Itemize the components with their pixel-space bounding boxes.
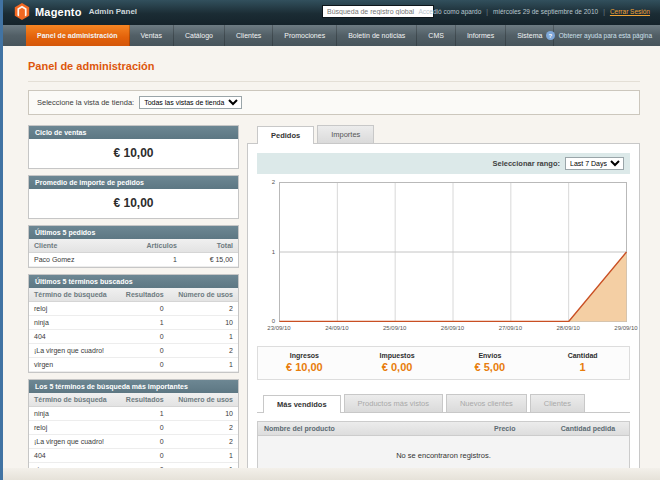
window-edge <box>0 0 3 480</box>
y-axis-label: 2 <box>261 179 275 185</box>
tab-clientes[interactable]: Clientes <box>530 394 585 412</box>
column-header-t-rmino-de-b-squeda: Término de búsqueda <box>29 288 118 302</box>
nav-item-ventas[interactable]: Ventas <box>130 25 174 46</box>
orders-area-chart <box>279 182 627 322</box>
table-row: ninja110 <box>29 407 238 421</box>
x-axis-label: 28/09/10 <box>556 325 579 331</box>
totals-bar: Ingresos€ 10,00Impuestos€ 0,00Envíos€ 5,… <box>257 346 630 380</box>
separator: | <box>486 8 488 15</box>
table-row: 40401 <box>29 330 238 344</box>
brand: Magento Admin Panel <box>14 3 137 20</box>
lifetime-sales-widget: Ciclo de ventas € 10,00 <box>28 125 239 169</box>
global-search-input[interactable] <box>322 5 434 18</box>
total-ingresos: Ingresos€ 10,00 <box>258 352 351 373</box>
grid-column-header-precio: Precio <box>488 422 555 435</box>
x-axis-label: 24/09/10 <box>325 325 348 331</box>
date-text: miércoles 29 de septiembre de 2010 <box>493 8 598 15</box>
table-row: Paco Gomez1€ 15,00 <box>29 253 238 267</box>
column-header-total: Total <box>182 239 238 253</box>
table-row: reloj02 <box>29 421 238 435</box>
x-axis-label: 26/09/10 <box>441 325 464 331</box>
products-grid-header: Nombre del productoPrecioCantidad pedida <box>257 421 630 436</box>
total-env-os: Envíos€ 5,00 <box>444 352 537 373</box>
table-row: 40401 <box>29 449 238 463</box>
range-label: Seleccionar rango: <box>492 159 560 168</box>
chart-tabs: PedidosImportes <box>247 125 640 144</box>
help-link[interactable]: ? Obtener ayuda para esta página <box>546 25 652 46</box>
total-impuestos: Impuestos€ 0,00 <box>351 352 444 373</box>
page-title: Panel de administración <box>28 60 155 72</box>
column-header-n-mero-de-usos: Número de usos <box>169 288 238 302</box>
last-search-terms-widget: Últimos 5 términos buscados Término de b… <box>28 274 239 373</box>
column-header-cliente: Cliente <box>29 239 114 253</box>
widget-title: Promedio de importe de pedidos <box>29 176 238 189</box>
grid-column-header-cantidad-pedida: Cantidad pedida <box>555 422 629 435</box>
grid-column-header-nombre-del-producto: Nombre del producto <box>258 422 488 435</box>
table-row: ninja110 <box>29 316 238 330</box>
column-header-resultados: Resultados <box>118 288 169 302</box>
brand-suffix: Admin Panel <box>89 7 137 16</box>
dashboard-columns: Ciclo de ventas € 10,00 Promedio de impo… <box>28 125 640 480</box>
nav-item-promociones[interactable]: Promociones <box>273 25 337 46</box>
tab-importes[interactable]: Importes <box>317 125 374 143</box>
x-axis-label: 27/09/10 <box>499 325 522 331</box>
nav-item-clientes[interactable]: Clientes <box>225 25 273 46</box>
main-nav: Panel de administraciónVentasCatálogoCli… <box>0 25 660 46</box>
last-orders-table: ClienteArtículosTotal Paco Gomez1€ 15,00 <box>29 239 238 267</box>
logged-in-text: Accedió como apardo <box>418 8 481 15</box>
footer-strip <box>0 468 660 480</box>
widget-title: Últimos 5 pedidos <box>29 226 238 239</box>
x-axis-label: 29/09/10 <box>614 325 637 331</box>
table-row: ¡La virgen que cuadro!02 <box>29 344 238 358</box>
nav-item-bolet-n-de-noticias[interactable]: Boletín de noticias <box>337 25 417 46</box>
nav-item-informes[interactable]: Informes <box>456 25 506 46</box>
y-axis-label: 0 <box>261 318 275 324</box>
average-orders-widget: Promedio de importe de pedidos € 10,00 <box>28 175 239 219</box>
nav-item-panel-de-administraci-n[interactable]: Panel de administración <box>26 25 130 46</box>
range-bar: Seleccionar rango: Last 7 Days <box>257 153 630 174</box>
chart-panel: Seleccionar rango: Last 7 Days 01223/09/… <box>247 144 640 480</box>
column-header-resultados: Resultados <box>118 393 169 407</box>
tab-pedidos[interactable]: Pedidos <box>257 126 314 144</box>
lifetime-sales-value: € 10,00 <box>29 139 238 168</box>
table-row: reloj02 <box>29 302 238 316</box>
top-search-terms-widget: Los 5 términos de búsqueda más important… <box>28 379 239 478</box>
chart-area: 01223/09/1024/09/1025/09/1026/09/1027/09… <box>257 182 630 338</box>
grid-tabs: Más vendidosProductos más vistosNuevos c… <box>257 394 630 413</box>
tab-nuevos-clientes[interactable]: Nuevos clientes <box>446 394 527 412</box>
magento-logo-icon <box>14 3 30 20</box>
page-title-wrap: Panel de administración <box>28 56 640 82</box>
nav-item-cms[interactable]: CMS <box>417 25 456 46</box>
total-cantidad: Cantidad1 <box>536 352 629 373</box>
store-switcher: Seleccione la vista de tienda: Todas las… <box>28 90 640 115</box>
column-header-t-rmino-de-b-squeda: Término de búsqueda <box>29 393 118 407</box>
brand-name: Magento <box>35 6 82 18</box>
table-row: ¡La virgen que cuadro!02 <box>29 435 238 449</box>
widget-title: Los 5 términos de búsqueda más important… <box>29 380 238 393</box>
sidebar: Ciclo de ventas € 10,00 Promedio de impo… <box>28 125 239 480</box>
last-search-terms-table: Término de búsquedaResultadosNúmero de u… <box>29 288 238 372</box>
store-switcher-label: Seleccione la vista de tienda: <box>37 98 134 107</box>
help-label: Obtener ayuda para esta página <box>559 32 652 39</box>
nav-item-cat-logo[interactable]: Catálogo <box>174 25 225 46</box>
header-session-info: Accedió como apardo | miércoles 29 de se… <box>418 8 650 15</box>
logout-link[interactable]: Cerrar Sesión <box>610 8 650 15</box>
widget-title: Últimos 5 términos buscados <box>29 275 238 288</box>
last-orders-widget: Últimos 5 pedidos ClienteArtículosTotal … <box>28 225 239 268</box>
tab-productos-m-s-vistos[interactable]: Productos más vistos <box>344 394 443 412</box>
x-axis-label: 25/09/10 <box>383 325 406 331</box>
column-header-n-mero-de-usos: Número de usos <box>169 393 238 407</box>
widget-title: Ciclo de ventas <box>29 126 238 139</box>
top-search-terms-table: Término de búsquedaResultadosNúmero de u… <box>29 393 238 477</box>
x-axis-label: 23/09/10 <box>267 325 290 331</box>
separator: | <box>603 8 605 15</box>
column-header-art-culos: Artículos <box>114 239 182 253</box>
y-axis-label: 1 <box>261 249 275 255</box>
range-select[interactable]: Last 7 Days <box>565 157 624 170</box>
store-view-select[interactable]: Todas las vistas de tienda <box>139 96 242 109</box>
average-orders-value: € 10,00 <box>29 189 238 218</box>
table-row: virgen01 <box>29 358 238 372</box>
dashboard-main: PedidosImportes Seleccionar rango: Last … <box>247 125 640 480</box>
tab-m-s-vendidos[interactable]: Más vendidos <box>263 395 341 413</box>
help-icon: ? <box>546 31 555 40</box>
